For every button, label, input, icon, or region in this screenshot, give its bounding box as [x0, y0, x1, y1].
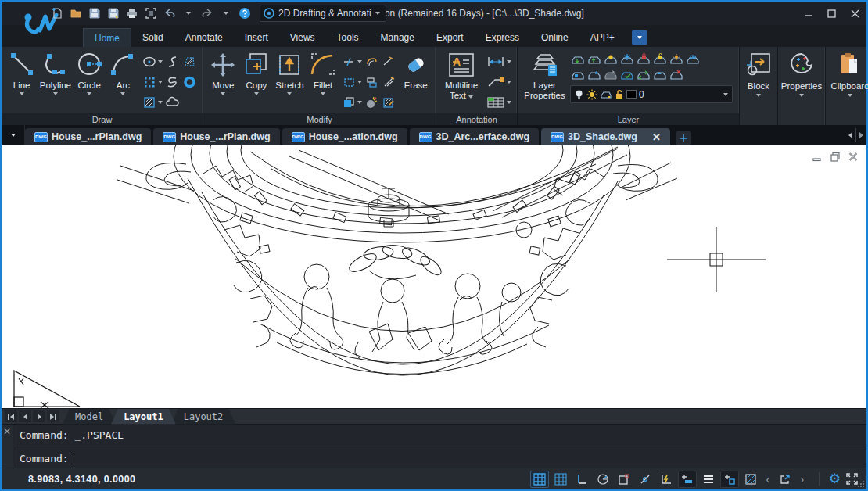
share-view-button[interactable] [776, 471, 794, 488]
tab-annotate[interactable]: Annotate [174, 28, 234, 47]
ellipse-button[interactable] [142, 52, 163, 71]
layer-bulb-icon[interactable] [603, 52, 618, 66]
layer-select-combobox[interactable]: 0 [570, 85, 733, 103]
doc-tab-5-active[interactable]: DWG 3D_Shade.dwg ✕ [541, 128, 670, 145]
move-button[interactable]: Move [206, 48, 240, 113]
tab-views[interactable]: Views [279, 28, 326, 47]
next-layout-button[interactable] [33, 410, 45, 422]
command-panel-grip[interactable]: ✕ [2, 425, 13, 468]
scroll-tabs-right[interactable] [856, 127, 866, 143]
layer-current-icon[interactable] [619, 68, 634, 82]
layer-lock-icon[interactable] [636, 52, 651, 66]
snap-toggle[interactable] [530, 471, 549, 488]
doc-tab-4[interactable]: DWG 3D_Arc...erface.dwg [410, 128, 540, 145]
panel-layer-label[interactable]: Layer [518, 113, 739, 125]
trim-button[interactable] [341, 52, 363, 71]
panel-modify-label[interactable]: Modify [203, 113, 436, 125]
tab-app-plus[interactable]: APP+ [579, 28, 626, 47]
tab-home[interactable]: Home [83, 28, 131, 47]
layer-freeze-icon[interactable] [619, 52, 634, 66]
dyn-input-toggle[interactable] [720, 471, 739, 488]
plot-preview-button[interactable] [142, 5, 160, 22]
rectangle-button[interactable] [341, 72, 363, 91]
copy-button[interactable]: Copy [240, 48, 274, 113]
break-button[interactable] [381, 52, 397, 71]
redo-button[interactable] [199, 5, 216, 22]
line-button[interactable]: Line [5, 48, 38, 113]
drawing-canvas[interactable] [2, 145, 866, 408]
offset-button[interactable] [364, 52, 380, 71]
osnap-toggle[interactable] [636, 471, 655, 488]
leader-button[interactable] [485, 72, 512, 91]
resize-grip[interactable] [857, 480, 865, 488]
doc-tab-1[interactable]: DWG House_...rPlan.dwg [25, 128, 151, 145]
stretch-button[interactable]: Stretch [273, 48, 307, 113]
point-button[interactable] [142, 72, 163, 91]
isometric-toggle[interactable] [741, 471, 760, 488]
scale-button[interactable] [381, 72, 397, 91]
otrack-toggle[interactable] [657, 471, 676, 488]
donut-button[interactable] [181, 72, 198, 91]
tab-layout2[interactable]: Layout2 [171, 409, 236, 425]
tab-insert[interactable]: Insert [234, 28, 279, 47]
tab-tools[interactable]: Tools [326, 28, 370, 47]
grid-toggle[interactable] [551, 471, 570, 488]
save-button[interactable] [86, 5, 103, 22]
close-tab-icon[interactable]: ✕ [652, 131, 661, 143]
spline-button[interactable] [164, 52, 181, 71]
layer-sync-icon[interactable] [636, 68, 651, 82]
mdi-minimize-button[interactable] [812, 152, 823, 162]
layer-unlock-icon[interactable] [652, 52, 667, 66]
region-button[interactable] [181, 52, 198, 71]
layer-on-icon[interactable] [586, 52, 601, 66]
properties-button[interactable]: Properties [778, 47, 825, 97]
drawing-viewport[interactable] [2, 145, 866, 408]
tab-express[interactable]: Express [475, 28, 530, 47]
undo-dropdown[interactable] [180, 5, 197, 22]
table-button[interactable] [485, 92, 512, 112]
ui-menu-button[interactable] [699, 471, 718, 488]
status-forward-button[interactable]: › [797, 473, 808, 486]
layer-sun-icon[interactable] [669, 52, 683, 66]
tab-online[interactable]: Online [530, 28, 579, 47]
tab-manage[interactable]: Manage [370, 28, 425, 47]
align-button[interactable] [364, 72, 380, 91]
mdi-close-button[interactable] [848, 152, 859, 162]
doc-tab-2[interactable]: DWG House_...rPlan.dwg [153, 128, 279, 145]
settings-gear-button[interactable]: ⚙ [829, 472, 841, 486]
document-tab-menu[interactable] [2, 125, 25, 145]
panel-annotation-label[interactable]: Annotation [436, 113, 517, 125]
copy-nested-button[interactable] [341, 92, 363, 112]
save-as-button[interactable] [105, 5, 122, 22]
block-button[interactable]: Block [740, 47, 777, 97]
first-layout-button[interactable] [5, 410, 17, 422]
layer-change-icon[interactable] [586, 68, 601, 82]
dimension-button[interactable] [485, 52, 512, 71]
arc-button[interactable]: Arc [106, 48, 140, 113]
hatch-edit-button[interactable] [381, 92, 397, 112]
layer-match-icon[interactable] [570, 68, 585, 82]
scroll-tabs-left[interactable] [845, 127, 855, 143]
hatch-button[interactable] [142, 92, 163, 112]
wipeout-cloud-button[interactable] [164, 92, 181, 112]
tab-layout1[interactable]: Layout1 [111, 409, 176, 425]
new-file-button[interactable] [48, 5, 66, 22]
help-button[interactable] [236, 5, 253, 22]
layer-delete-icon[interactable] [669, 68, 683, 82]
command-history[interactable]: Command: _.PSPACE [13, 425, 866, 446]
revision-cloud-button[interactable] [164, 72, 181, 91]
open-file-button[interactable] [67, 5, 84, 22]
redo-dropdown[interactable] [217, 5, 235, 22]
print-button[interactable] [124, 5, 141, 22]
maximize-button[interactable] [820, 3, 843, 23]
tab-solid[interactable]: Solid [131, 28, 174, 47]
circle-button[interactable]: Circle [73, 48, 106, 113]
fillet-button[interactable]: Fillet [307, 48, 340, 113]
lineweight-toggle[interactable] [678, 471, 697, 488]
close-command-panel-icon[interactable]: ✕ [3, 427, 11, 468]
workspace-selector[interactable]: 2D Drafting & Annotati [260, 5, 386, 22]
ortho-toggle[interactable] [572, 471, 591, 488]
layer-properties-button[interactable]: Layer Properties [521, 48, 569, 113]
last-layout-button[interactable] [47, 410, 59, 422]
multiline-text-button[interactable]: A Multiline Text [439, 48, 483, 113]
